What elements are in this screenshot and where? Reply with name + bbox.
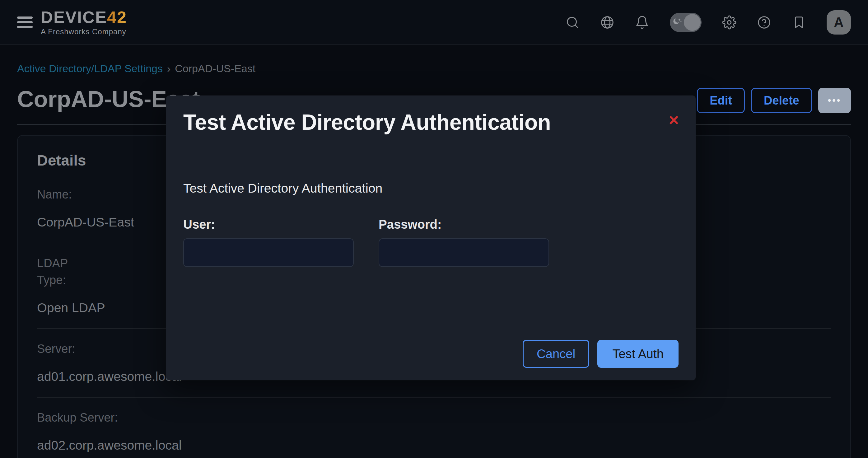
modal-footer: Cancel Test Auth <box>166 340 695 380</box>
test-auth-modal: Test Active Directory Authentication ✕ T… <box>166 95 695 380</box>
close-icon[interactable]: ✕ <box>665 111 683 130</box>
password-field-label: Password: <box>379 217 549 232</box>
password-input[interactable] <box>379 238 549 267</box>
modal-title: Test Active Directory Authentication <box>183 111 551 134</box>
test-auth-button[interactable]: Test Auth <box>597 340 679 368</box>
cancel-button[interactable]: Cancel <box>523 340 590 368</box>
user-input[interactable] <box>183 238 354 267</box>
password-field-group: Password: <box>379 217 549 267</box>
modal-body: Test Active Directory Authentication Use… <box>166 134 695 267</box>
modal-fields: User: Password: <box>183 217 679 267</box>
modal-subtitle: Test Active Directory Authentication <box>183 181 679 196</box>
modal-backdrop[interactable]: Test Active Directory Authentication ✕ T… <box>0 0 868 458</box>
user-field-label: User: <box>183 217 354 232</box>
modal-header: Test Active Directory Authentication ✕ <box>166 95 695 134</box>
user-field-group: User: <box>183 217 354 267</box>
